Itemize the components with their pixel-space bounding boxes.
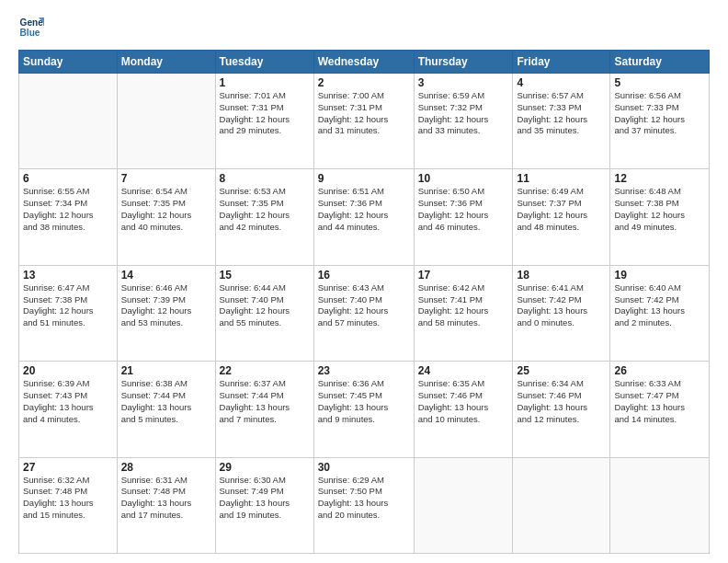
day-cell: 10Sunrise: 6:50 AM Sunset: 7:36 PM Dayli… — [414, 169, 513, 265]
day-cell: 1Sunrise: 7:01 AM Sunset: 7:31 PM Daylig… — [215, 74, 313, 169]
day-info: Sunrise: 6:35 AM Sunset: 7:46 PM Dayligh… — [418, 378, 509, 425]
day-number: 15 — [220, 269, 310, 282]
day-number: 6 — [23, 172, 113, 185]
day-info: Sunrise: 6:56 AM Sunset: 7:33 PM Dayligh… — [614, 90, 705, 137]
day-info: Sunrise: 6:32 AM Sunset: 7:48 PM Dayligh… — [23, 475, 113, 522]
day-number: 22 — [220, 364, 310, 377]
day-info: Sunrise: 6:50 AM Sunset: 7:36 PM Dayligh… — [418, 186, 509, 233]
day-cell — [19, 74, 118, 169]
day-number: 18 — [517, 269, 606, 282]
day-number: 10 — [418, 172, 509, 185]
day-cell: 18Sunrise: 6:41 AM Sunset: 7:42 PM Dayli… — [513, 265, 610, 361]
day-cell: 28Sunrise: 6:31 AM Sunset: 7:48 PM Dayli… — [117, 457, 215, 553]
day-cell — [610, 457, 710, 553]
day-info: Sunrise: 6:43 AM Sunset: 7:40 PM Dayligh… — [318, 282, 410, 329]
day-info: Sunrise: 6:54 AM Sunset: 7:35 PM Dayligh… — [121, 186, 211, 233]
day-cell: 7Sunrise: 6:54 AM Sunset: 7:35 PM Daylig… — [117, 169, 215, 265]
day-cell: 30Sunrise: 6:29 AM Sunset: 7:50 PM Dayli… — [313, 457, 414, 553]
day-number: 3 — [418, 76, 509, 89]
day-info: Sunrise: 6:59 AM Sunset: 7:32 PM Dayligh… — [418, 90, 509, 137]
day-cell — [513, 457, 610, 553]
day-cell: 16Sunrise: 6:43 AM Sunset: 7:40 PM Dayli… — [313, 265, 414, 361]
col-thursday: Thursday — [414, 51, 513, 74]
week-row-1: 1Sunrise: 7:01 AM Sunset: 7:31 PM Daylig… — [19, 74, 710, 169]
day-cell: 29Sunrise: 6:30 AM Sunset: 7:49 PM Dayli… — [215, 457, 313, 553]
day-cell: 8Sunrise: 6:53 AM Sunset: 7:35 PM Daylig… — [215, 169, 313, 265]
col-monday: Monday — [117, 51, 215, 74]
logo-icon: General Blue — [18, 15, 44, 40]
day-number: 20 — [23, 364, 113, 377]
day-info: Sunrise: 6:38 AM Sunset: 7:44 PM Dayligh… — [121, 378, 211, 425]
day-number: 21 — [121, 364, 211, 377]
day-info: Sunrise: 6:33 AM Sunset: 7:47 PM Dayligh… — [614, 378, 705, 425]
day-cell: 17Sunrise: 6:42 AM Sunset: 7:41 PM Dayli… — [414, 265, 513, 361]
day-info: Sunrise: 6:37 AM Sunset: 7:44 PM Dayligh… — [220, 378, 310, 425]
day-number: 9 — [318, 172, 410, 185]
day-number: 26 — [614, 364, 705, 377]
day-cell: 24Sunrise: 6:35 AM Sunset: 7:46 PM Dayli… — [414, 362, 513, 457]
day-cell: 14Sunrise: 6:46 AM Sunset: 7:39 PM Dayli… — [117, 265, 215, 361]
day-cell: 23Sunrise: 6:36 AM Sunset: 7:45 PM Dayli… — [313, 362, 414, 457]
day-info: Sunrise: 6:29 AM Sunset: 7:50 PM Dayligh… — [318, 475, 410, 522]
col-saturday: Saturday — [610, 51, 710, 74]
day-cell: 15Sunrise: 6:44 AM Sunset: 7:40 PM Dayli… — [215, 265, 313, 361]
day-cell: 19Sunrise: 6:40 AM Sunset: 7:42 PM Dayli… — [610, 265, 710, 361]
day-info: Sunrise: 6:46 AM Sunset: 7:39 PM Dayligh… — [121, 282, 211, 329]
day-number: 1 — [220, 76, 310, 89]
day-number: 7 — [121, 172, 211, 185]
day-number: 25 — [517, 364, 606, 377]
svg-text:Blue: Blue — [20, 28, 40, 38]
day-info: Sunrise: 6:44 AM Sunset: 7:40 PM Dayligh… — [220, 282, 310, 329]
day-info: Sunrise: 6:36 AM Sunset: 7:45 PM Dayligh… — [318, 378, 410, 425]
day-cell — [414, 457, 513, 553]
day-info: Sunrise: 6:53 AM Sunset: 7:35 PM Dayligh… — [220, 186, 310, 233]
col-friday: Friday — [513, 51, 610, 74]
day-cell: 21Sunrise: 6:38 AM Sunset: 7:44 PM Dayli… — [117, 362, 215, 457]
day-cell: 27Sunrise: 6:32 AM Sunset: 7:48 PM Dayli… — [19, 457, 118, 553]
day-number: 5 — [614, 76, 705, 89]
day-cell: 20Sunrise: 6:39 AM Sunset: 7:43 PM Dayli… — [19, 362, 118, 457]
col-tuesday: Tuesday — [215, 51, 313, 74]
day-number: 27 — [23, 461, 113, 474]
day-number: 30 — [318, 461, 410, 474]
calendar-table: Sunday Monday Tuesday Wednesday Thursday… — [18, 50, 710, 554]
day-info: Sunrise: 6:49 AM Sunset: 7:37 PM Dayligh… — [517, 186, 606, 233]
day-cell: 3Sunrise: 6:59 AM Sunset: 7:32 PM Daylig… — [414, 74, 513, 169]
day-info: Sunrise: 7:00 AM Sunset: 7:31 PM Dayligh… — [318, 90, 410, 137]
day-number: 16 — [318, 269, 410, 282]
day-number: 11 — [517, 172, 606, 185]
week-row-2: 6Sunrise: 6:55 AM Sunset: 7:34 PM Daylig… — [19, 169, 710, 265]
day-cell: 11Sunrise: 6:49 AM Sunset: 7:37 PM Dayli… — [513, 169, 610, 265]
calendar-header-row: Sunday Monday Tuesday Wednesday Thursday… — [19, 51, 710, 74]
day-info: Sunrise: 7:01 AM Sunset: 7:31 PM Dayligh… — [220, 90, 310, 137]
day-info: Sunrise: 6:40 AM Sunset: 7:42 PM Dayligh… — [614, 282, 705, 329]
day-info: Sunrise: 6:31 AM Sunset: 7:48 PM Dayligh… — [121, 475, 211, 522]
day-info: Sunrise: 6:48 AM Sunset: 7:38 PM Dayligh… — [614, 186, 705, 233]
day-number: 19 — [614, 269, 705, 282]
week-row-5: 27Sunrise: 6:32 AM Sunset: 7:48 PM Dayli… — [19, 457, 710, 553]
day-cell: 4Sunrise: 6:57 AM Sunset: 7:33 PM Daylig… — [513, 74, 610, 169]
logo: General Blue — [18, 15, 48, 40]
day-info: Sunrise: 6:57 AM Sunset: 7:33 PM Dayligh… — [517, 90, 606, 137]
day-number: 28 — [121, 461, 211, 474]
day-info: Sunrise: 6:55 AM Sunset: 7:34 PM Dayligh… — [23, 186, 113, 233]
day-number: 4 — [517, 76, 606, 89]
day-cell: 22Sunrise: 6:37 AM Sunset: 7:44 PM Dayli… — [215, 362, 313, 457]
day-cell: 5Sunrise: 6:56 AM Sunset: 7:33 PM Daylig… — [610, 74, 710, 169]
header: General Blue — [18, 15, 710, 40]
day-number: 13 — [23, 269, 113, 282]
day-number: 14 — [121, 269, 211, 282]
day-cell: 9Sunrise: 6:51 AM Sunset: 7:36 PM Daylig… — [313, 169, 414, 265]
day-cell: 12Sunrise: 6:48 AM Sunset: 7:38 PM Dayli… — [610, 169, 710, 265]
day-number: 2 — [318, 76, 410, 89]
day-number: 8 — [220, 172, 310, 185]
day-info: Sunrise: 6:42 AM Sunset: 7:41 PM Dayligh… — [418, 282, 509, 329]
day-info: Sunrise: 6:34 AM Sunset: 7:46 PM Dayligh… — [517, 378, 606, 425]
day-number: 23 — [318, 364, 410, 377]
day-cell: 13Sunrise: 6:47 AM Sunset: 7:38 PM Dayli… — [19, 265, 118, 361]
day-info: Sunrise: 6:41 AM Sunset: 7:42 PM Dayligh… — [517, 282, 606, 329]
day-number: 17 — [418, 269, 509, 282]
day-cell — [117, 74, 215, 169]
day-cell: 25Sunrise: 6:34 AM Sunset: 7:46 PM Dayli… — [513, 362, 610, 457]
day-number: 12 — [614, 172, 705, 185]
